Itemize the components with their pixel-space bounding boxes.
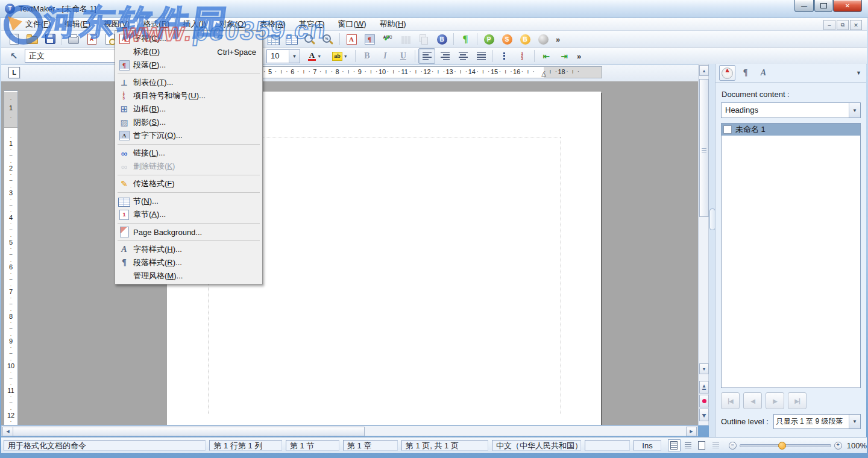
menu-edit[interactable]: 编辑(E) [58, 17, 96, 31]
menu-table[interactable]: 表格(A) [254, 17, 292, 31]
bullet-list-button[interactable] [496, 48, 513, 64]
blank-page-view-button[interactable] [696, 439, 708, 451]
menu-view[interactable]: 视图(V) [98, 17, 136, 31]
menu-item-manage-styles[interactable]: 管理风格(M)... [115, 269, 262, 283]
horizontal-scrollbar-thumb[interactable] [13, 427, 365, 436]
status-page-count[interactable]: 第 1 页, 共 1 页 [401, 440, 488, 451]
first-heading-button[interactable]: |◀ [721, 392, 740, 409]
zoom-out-button[interactable]: − [729, 442, 737, 450]
document-workspace[interactable]: ·1··1·–·2·–·3·–·4·–·5·–·6·–·7·–·8·–·9·–·… [1, 81, 698, 425]
new-document-button[interactable] [5, 31, 22, 47]
zoom-slider[interactable] [740, 444, 831, 447]
status-language[interactable]: 中文（中华人民共和国） [492, 440, 581, 451]
status-chapter[interactable]: 第 1 章 [343, 440, 398, 451]
menu-format[interactable]: 格式(R) [137, 17, 175, 31]
menu-item-borders[interactable]: ⊞边框(B)... [115, 102, 262, 116]
window-maximize-button[interactable] [814, 0, 832, 12]
planmaker-button[interactable]: P [480, 31, 497, 47]
toolbar-format-overflow[interactable]: » [573, 52, 585, 61]
menu-item-transfer-formatting[interactable]: ✎传送格式(F) [115, 177, 262, 190]
menu-item-paragraph-style[interactable]: ¶段落样式(R)... [115, 256, 262, 269]
menu-item-character[interactable]: A字符(C)... [115, 32, 262, 45]
insert-columns-button[interactable] [283, 31, 300, 47]
selection-mode-button[interactable]: ↖ [5, 48, 22, 64]
paragraph-style-combo[interactable]: 正文 ▼ [25, 49, 127, 63]
sidebar-menu-dropdown[interactable]: ▼ [856, 70, 861, 76]
presentations-button[interactable]: S [498, 31, 515, 47]
outline-level-select[interactable]: 只显示 1 至 9 级段落 ▼ [773, 414, 861, 429]
web-browser-button[interactable] [535, 31, 552, 47]
save-button[interactable] [42, 31, 58, 47]
menu-file[interactable]: 文件(F) [19, 17, 57, 31]
underline-button[interactable]: U [395, 48, 412, 64]
document-content-item[interactable]: 未命名 1 [722, 124, 860, 136]
scroll-left-button[interactable]: ◀ [2, 427, 13, 436]
next-heading-button[interactable]: ▶ [766, 392, 784, 409]
browse-object-button[interactable] [699, 395, 709, 407]
menu-item-page-background[interactable]: Page Background... [115, 225, 262, 239]
bold-button[interactable]: B [359, 48, 376, 64]
menu-help[interactable]: 帮助(H) [374, 17, 412, 31]
menu-item-link[interactable]: ∞链接(L)... [115, 146, 262, 160]
insert-table-button[interactable] [265, 31, 282, 47]
spellcheck-button[interactable]: ABC [379, 31, 396, 47]
horizontal-scrollbar[interactable]: ◀ ▶ [1, 425, 698, 436]
previous-page-button[interactable]: ▲▬ [699, 381, 709, 394]
open-button[interactable] [24, 31, 40, 47]
zoom-percent-button[interactable]: % [319, 31, 336, 47]
menu-extras[interactable]: 其它(T) [293, 17, 331, 31]
chevron-down-icon[interactable]: ▼ [317, 54, 321, 58]
justify-button[interactable] [473, 48, 489, 64]
numbered-list-button[interactable]: 123 [514, 48, 531, 64]
formatting-marks-button[interactable]: ¶ [457, 31, 474, 47]
font-color-button[interactable]: A▼ [303, 48, 327, 64]
document-minimize-button[interactable]: – [823, 20, 835, 30]
chevron-down-icon[interactable]: ▼ [344, 54, 348, 58]
character-dialog-button[interactable]: A [343, 31, 360, 47]
menu-object[interactable]: 对象(O) [213, 17, 253, 31]
menu-window[interactable]: 窗口(W) [332, 17, 373, 31]
vertical-scrollbar-thumb[interactable] [699, 79, 709, 217]
menu-item-drop-caps[interactable]: A首字下沉(O)... [115, 129, 262, 142]
paragraph-dialog-button[interactable]: ¶ [361, 31, 378, 47]
content-type-select[interactable]: Headings ▼ [721, 102, 861, 118]
font-size-combo[interactable]: 10 ▼ [266, 49, 300, 63]
previous-heading-button[interactable]: ◀ [743, 392, 762, 409]
item-checkbox[interactable] [723, 125, 732, 134]
next-page-button[interactable]: ▬▼ [699, 409, 709, 421]
chevron-down-icon[interactable]: ▼ [849, 103, 860, 118]
menu-item-chapter[interactable]: 1章节(A)... [115, 208, 262, 221]
document-restore-button[interactable]: ⧉ [837, 20, 849, 30]
align-right-button[interactable] [436, 48, 453, 64]
chevron-down-icon[interactable]: ▼ [849, 415, 860, 428]
status-line-column[interactable]: 第 1 行第 1 列 [209, 440, 282, 451]
highlight-button[interactable]: ab▼ [328, 48, 352, 64]
zoom-slider-thumb[interactable] [778, 442, 786, 450]
page-layout-view-button[interactable] [668, 439, 681, 451]
menu-insert[interactable]: 插入(I) [177, 17, 212, 31]
vertical-scrollbar[interactable]: ▲ ▼ ▲▬ ▬▼ [698, 64, 709, 425]
sidebar-tab-navigation[interactable] [719, 65, 735, 81]
last-heading-button[interactable]: ▶| [788, 392, 807, 409]
status-insert-mode[interactable]: Ins [634, 440, 661, 451]
align-center-button[interactable] [454, 48, 471, 64]
italic-button[interactable]: I [377, 48, 394, 64]
zoom-in-button[interactable]: + [834, 442, 842, 450]
vertical-ruler[interactable]: ·1··1·–·2·–·3·–·4·–·5·–·6·–·7·–·8·–·9·–·… [4, 90, 18, 425]
scroll-right-button[interactable]: ▶ [686, 427, 697, 436]
zoom-button[interactable] [301, 31, 318, 47]
document-close-button[interactable]: ✕ [850, 20, 862, 30]
menu-item-bullets-numbering[interactable]: 123项目符号和编号(U)... [115, 89, 262, 102]
tab-type-selector[interactable]: L [8, 67, 20, 78]
toolbar-main-overflow[interactable]: » [552, 35, 564, 44]
menu-item-shading[interactable]: ▨阴影(S)... [115, 116, 262, 129]
sidebar-tab-paragraph-styles[interactable]: ¶ [737, 65, 753, 81]
decrease-indent-button[interactable]: ⇤ [538, 48, 555, 64]
sidebar-tab-character-styles[interactable]: A [755, 65, 772, 81]
sidebar-splitter[interactable] [709, 64, 715, 437]
chevron-down-icon[interactable]: ▼ [289, 50, 300, 63]
menu-item-standard[interactable]: 标准(D)Ctrl+Space [115, 45, 262, 58]
scroll-down-button[interactable]: ▼ [699, 363, 709, 374]
menu-item-paragraph[interactable]: ¶段落(P)... [115, 58, 262, 72]
print-button[interactable] [65, 31, 82, 47]
